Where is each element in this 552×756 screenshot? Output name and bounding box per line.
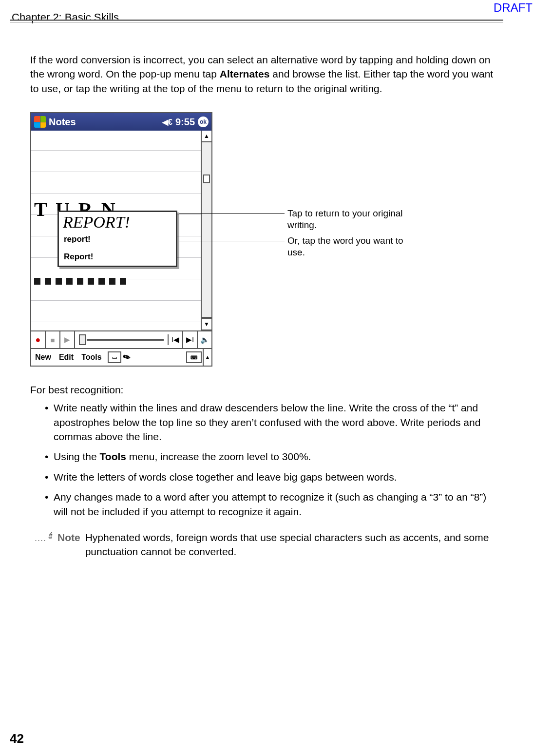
scroll-thumb[interactable] — [203, 174, 210, 183]
start-icon[interactable] — [34, 116, 46, 128]
alternate-2[interactable]: Report! — [59, 248, 176, 266]
view-mode-icon[interactable]: ▭ — [108, 351, 121, 363]
scroll-track[interactable] — [202, 142, 211, 318]
intro-paragraph: If the word conversion is incorrect, you… — [30, 53, 498, 96]
note-icon: ....✐ — [30, 530, 55, 559]
callout-line-1 — [179, 213, 285, 214]
callout-1: Tap to return to your original writing. — [287, 208, 422, 231]
tip-3: Write the letters of words close togethe… — [45, 470, 498, 484]
page-number: 42 — [10, 731, 24, 746]
playback-toolbar: ● ■ ▶ I◀ ▶I 🔈 — [31, 330, 211, 348]
tips-heading: For best recognition: — [30, 384, 498, 396]
alternates-keyword: Alternates — [220, 68, 270, 79]
note-block: ....✐ Note Hyphenated words, foreign wor… — [30, 530, 498, 559]
next-button[interactable]: ▶I — [183, 331, 198, 348]
play-button[interactable]: ▶ — [60, 331, 75, 348]
tip-4: Any changes made to a word after you att… — [45, 490, 498, 519]
note-label: Note — [57, 530, 80, 559]
vertical-scrollbar[interactable]: ▲ ▼ — [201, 131, 211, 330]
stop-button[interactable]: ■ — [46, 331, 60, 348]
menu-tools[interactable]: Tools — [77, 353, 105, 362]
tips-list: Write neatly within the lines and draw d… — [45, 401, 498, 519]
input-panel-chevron-icon[interactable]: ▲ — [203, 349, 211, 366]
prev-button[interactable]: I◀ — [169, 331, 183, 348]
selection-highlight — [34, 278, 127, 285]
draft-watermark: DRAFT — [494, 1, 533, 15]
tip-2a: Using the — [54, 451, 100, 462]
menu-new[interactable]: New — [31, 353, 55, 362]
record-button[interactable]: ● — [31, 331, 46, 348]
callout-2: Or, tap the word you want to use. — [287, 235, 422, 258]
playback-slider[interactable] — [75, 334, 169, 345]
alternate-1[interactable]: report! — [59, 231, 176, 248]
audio-icon[interactable]: 🔈 — [198, 331, 211, 348]
alternates-popup: REPORT! report! Report! — [57, 211, 177, 267]
slider-thumb[interactable] — [79, 334, 86, 345]
figure: Notes ◀€ 9:55 ok T U R N REPORT! — [30, 112, 498, 367]
tip-2c: menu, increase the zoom level to 300%. — [126, 451, 311, 462]
header-rule-thick — [10, 19, 503, 21]
clock: 9:55 — [175, 116, 195, 128]
tip-1: Write neatly within the lines and draw d… — [45, 401, 498, 444]
note-text: Hyphenated words, foreign words that use… — [85, 530, 498, 559]
ok-button[interactable]: ok — [198, 116, 209, 127]
device-menubar: New Edit Tools ▭ ✎ ⌨ ▲ — [31, 348, 211, 366]
keyboard-icon[interactable]: ⌨ — [186, 351, 202, 363]
header-rule-thin — [10, 22, 503, 22]
callout-line-2 — [179, 241, 285, 241]
scroll-up-icon[interactable]: ▲ — [202, 131, 211, 142]
scroll-down-icon[interactable]: ▼ — [202, 318, 211, 330]
app-title: Notes — [49, 116, 76, 128]
writing-canvas[interactable]: T U R N REPORT! report! Report! — [31, 131, 201, 330]
tools-keyword: Tools — [100, 451, 126, 462]
menu-edit[interactable]: Edit — [55, 353, 77, 362]
pen-icon[interactable]: ✎ — [121, 351, 133, 364]
volume-icon[interactable]: ◀€ — [162, 117, 172, 127]
device-titlebar: Notes ◀€ 9:55 ok — [31, 113, 211, 131]
tip-2: Using the Tools menu, increase the zoom … — [45, 449, 498, 464]
popup-original-writing[interactable]: REPORT! — [59, 212, 176, 231]
device-screenshot: Notes ◀€ 9:55 ok T U R N REPORT! — [30, 112, 212, 367]
